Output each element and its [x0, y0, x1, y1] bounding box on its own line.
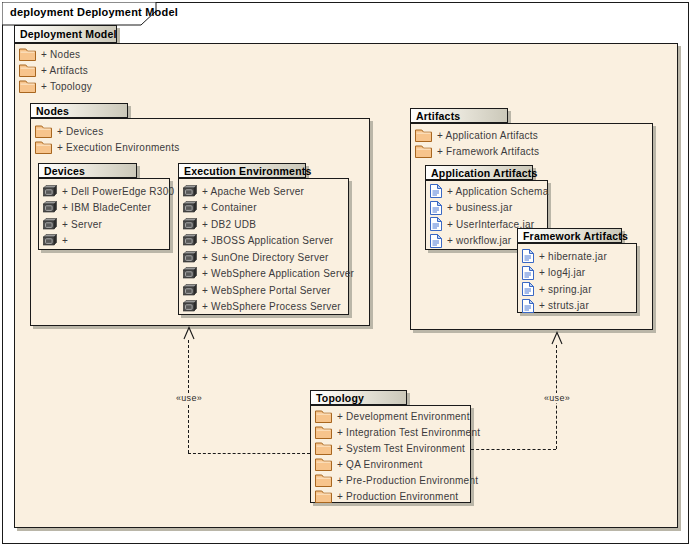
package-body-devices[interactable]: + Dell PowerEdge R300 + IBM BladeCenter …: [38, 178, 170, 250]
folder-icon: [35, 140, 52, 154]
list-item[interactable]: + WebSphere Process Server: [179, 299, 348, 316]
list-item[interactable]: + Topology: [15, 78, 677, 94]
item-label: + Pre-Production Environment: [337, 475, 478, 486]
artifact-icon: [522, 299, 534, 313]
package-title: Devices: [44, 165, 85, 177]
item-label: + Dell PowerEdge R300: [62, 186, 174, 197]
list-item[interactable]: + Framework Artifacts: [411, 143, 652, 159]
list-item[interactable]: + Apache Web Server: [179, 183, 348, 200]
item-label: + Topology: [41, 81, 92, 92]
item-label: + Development Environment: [337, 411, 470, 422]
artifact-icon: [522, 282, 534, 296]
item-label: + WebSphere Process Server: [202, 301, 341, 312]
artifact-icon: [430, 184, 442, 198]
node-icon: [183, 201, 197, 214]
item-label: + WebSphere Application Server: [202, 268, 354, 279]
package-tab-devices[interactable]: Devices: [38, 163, 137, 178]
package-tab-topology[interactable]: Topology: [310, 390, 407, 405]
frame-title: deployment Deployment Model: [10, 6, 178, 18]
item-label: + WebSphere Portal Server: [202, 285, 331, 296]
item-label: + Nodes: [41, 49, 80, 60]
item-label: + hibernate.jar: [539, 251, 607, 262]
item-label: + struts.jar: [539, 300, 589, 311]
folder-icon: [35, 124, 52, 138]
list-item[interactable]: + QA Environment: [311, 456, 470, 472]
list-item[interactable]: + business.jar: [426, 200, 547, 217]
list-item[interactable]: + hibernate.jar: [518, 248, 636, 265]
package-title: Application Artifacts: [431, 167, 538, 179]
item-label: + Application Schema: [447, 186, 548, 197]
list-item[interactable]: + Devices: [31, 123, 369, 139]
list-item[interactable]: + Integration Test Environment: [311, 424, 470, 440]
artifact-icon: [522, 266, 534, 280]
list-item[interactable]: + System Test Environment: [311, 440, 470, 456]
use-stereotype-label[interactable]: «use»: [167, 393, 211, 403]
package-body-topology[interactable]: + Development Environment + Integration …: [310, 405, 471, 503]
artifact-icon: [522, 249, 534, 263]
package-body-execution-environments[interactable]: + Apache Web Server + Container + DB2 UD…: [178, 178, 349, 315]
node-icon: [183, 300, 197, 313]
list-item[interactable]: + log4j.jar: [518, 265, 636, 282]
item-label: + IBM BladeCenter: [62, 202, 151, 213]
folder-icon: [415, 144, 432, 158]
item-label: + Artifacts: [41, 65, 88, 76]
list-item[interactable]: + Dell PowerEdge R300: [39, 183, 169, 200]
package-tab-application-artifacts[interactable]: Application Artifacts: [425, 165, 533, 180]
package-tab-nodes[interactable]: Nodes: [30, 103, 128, 118]
package-title: Framework Artifacts: [523, 230, 628, 242]
list-item[interactable]: + Artifacts: [15, 62, 677, 78]
item-label: + System Test Environment: [337, 443, 465, 454]
list-item[interactable]: + JBOSS Application Server: [179, 233, 348, 250]
list-item[interactable]: + Application Schema: [426, 183, 547, 200]
list-item[interactable]: + Development Environment: [311, 408, 470, 424]
package-title: Nodes: [36, 105, 69, 117]
package-tab-artifacts[interactable]: Artifacts: [410, 108, 508, 123]
folder-icon: [315, 473, 332, 487]
package-tab-deployment-model[interactable]: Deployment Model: [14, 25, 117, 43]
use-dependency-topology-artifacts[interactable]: [471, 449, 556, 450]
item-label: + Execution Environments: [57, 142, 179, 153]
node-icon: [183, 218, 197, 231]
list-item[interactable]: + DB2 UDB: [179, 216, 348, 233]
list-item[interactable]: + Application Artifacts: [411, 127, 652, 143]
folder-icon: [415, 128, 432, 142]
list-item[interactable]: + struts.jar: [518, 298, 636, 315]
node-icon: [183, 251, 197, 264]
dependency-arrowhead: [550, 331, 564, 345]
package-tab-framework-artifacts[interactable]: Framework Artifacts: [517, 228, 622, 243]
use-stereotype-label[interactable]: «use»: [535, 393, 579, 403]
list-item[interactable]: + Server: [39, 216, 169, 233]
list-item[interactable]: + Pre-Production Environment: [311, 472, 470, 488]
item-label: + Devices: [57, 126, 103, 137]
list-item[interactable]: + Execution Environments: [31, 139, 369, 155]
node-icon: [183, 284, 197, 297]
list-item[interactable]: + Nodes: [15, 46, 677, 62]
diagram-canvas: deployment Deployment Model Deployment M…: [0, 0, 692, 560]
package-title: Execution Environments: [184, 165, 312, 177]
list-item[interactable]: + Production Environment: [311, 488, 470, 504]
list-item[interactable]: + WebSphere Application Server: [179, 266, 348, 283]
folder-icon: [315, 409, 332, 423]
list-item[interactable]: + WebSphere Portal Server: [179, 282, 348, 299]
list-item[interactable]: + Container: [179, 200, 348, 217]
folder-icon: [315, 489, 332, 503]
item-label: + Integration Test Environment: [337, 427, 480, 438]
item-label: + workflow.jar: [447, 235, 511, 246]
item-label: + JBOSS Application Server: [202, 235, 333, 246]
folder-icon: [19, 63, 36, 77]
use-dependency-topology-nodes[interactable]: [188, 453, 310, 454]
item-label: + Container: [202, 202, 257, 213]
package-tab-execution-environments[interactable]: Execution Environments: [178, 163, 306, 178]
list-item[interactable]: + IBM BladeCenter: [39, 200, 169, 217]
item-label: + SunOne Directory Server: [202, 252, 329, 263]
item-label: + Framework Artifacts: [437, 146, 539, 157]
item-label: +: [62, 235, 68, 246]
list-item[interactable]: + spring.jar: [518, 281, 636, 298]
folder-icon: [315, 457, 332, 471]
package-title: Topology: [316, 392, 364, 404]
item-label: + business.jar: [447, 202, 512, 213]
list-item[interactable]: +: [39, 233, 169, 250]
package-body-framework-artifacts[interactable]: + hibernate.jar + log4j.jar + spring.jar…: [517, 243, 637, 313]
list-item[interactable]: + SunOne Directory Server: [179, 249, 348, 266]
item-label: + Server: [62, 219, 102, 230]
